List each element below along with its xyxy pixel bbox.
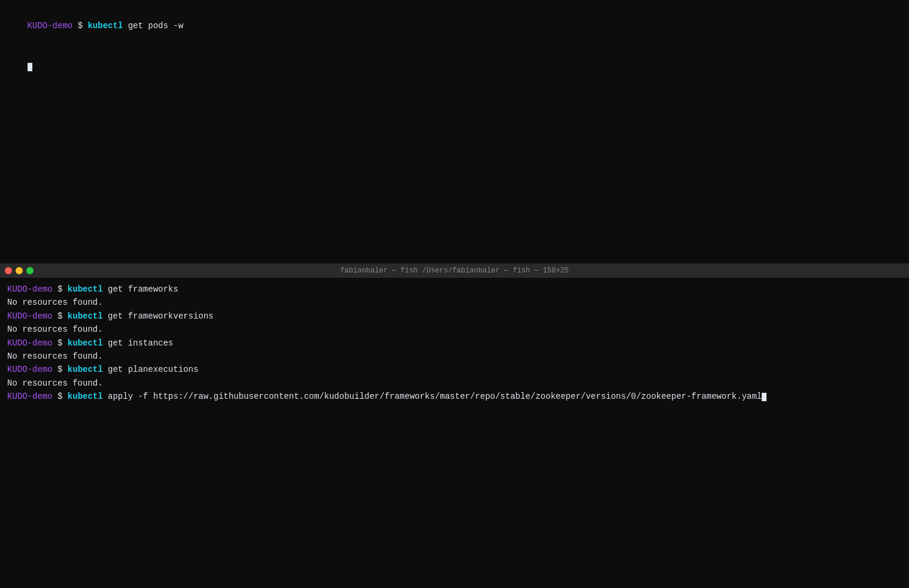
output-text: No resources found. [7,378,103,388]
prompt-user: KUDO-demo [7,311,53,321]
kubectl-cmd-top: kubectl [87,21,123,31]
kubectl-keyword: kubectl [68,392,103,401]
prompt-user: KUDO-demo [7,365,53,374]
output-text: No resources found. [7,325,103,334]
kubectl-keyword: kubectl [68,365,103,374]
prompt-user: KUDO-demo [7,392,53,401]
prompt-user-top: KUDO-demo [28,21,73,31]
close-icon[interactable] [5,267,12,274]
kubectl-keyword: kubectl [68,311,103,321]
divider-bar: fabianbaler — fish /Users/fabianbaler — … [0,263,909,278]
cmd-arguments: get instances [103,338,174,348]
terminal-line: No resources found. [7,377,902,390]
bottom-terminal: KUDO-demo $ kubectl get frameworksNo res… [0,278,909,588]
terminal-line: No resources found. [7,350,902,363]
output-text: No resources found. [7,351,103,361]
window-controls [5,267,34,274]
cmd-arguments: get planexecutions [103,365,199,374]
cmd-arguments: get frameworks [103,284,178,294]
terminal-line: KUDO-demo $ kubectl get planexecutions [7,363,902,376]
kubectl-keyword: kubectl [68,284,103,294]
terminal-line: KUDO-demo $ kubectl apply -f https://raw… [7,390,902,403]
terminal-line: KUDO-demo $ kubectl get frameworks [7,283,902,296]
prompt-dollar: $ [53,365,68,374]
terminal-line: No resources found. [7,323,902,336]
prompt-dollar: $ [53,392,68,401]
minimize-icon[interactable] [16,267,23,274]
maximize-icon[interactable] [26,267,34,274]
cursor-bottom [762,393,766,401]
terminal-title: fabianbaler — fish /Users/fabianbaler — … [340,266,569,275]
cursor-top [28,63,32,71]
cmd-arguments: apply -f https://raw.githubusercontent.c… [103,392,762,401]
prompt-dollar: $ [53,338,68,348]
cmd-arguments: get frameworkversions [103,311,214,321]
output-text: No resources found. [7,298,103,307]
cmd-args-top: get pods -w [123,21,183,31]
top-terminal: KUDO-demo $ kubectl get pods -w [0,0,909,263]
top-command-line: KUDO-demo $ kubectl get pods -w [7,6,902,46]
prompt-user: KUDO-demo [7,284,53,294]
prompt-user: KUDO-demo [7,338,53,348]
terminal-line: KUDO-demo $ kubectl get instances [7,337,902,350]
terminal-line: No resources found. [7,296,902,309]
prompt-dollar: $ [53,284,68,294]
prompt-dollar-top: $ [72,21,87,31]
prompt-dollar: $ [53,311,68,321]
terminal-output: KUDO-demo $ kubectl get frameworksNo res… [7,283,902,404]
top-cursor-line [7,46,902,86]
terminal-line: KUDO-demo $ kubectl get frameworkversion… [7,310,902,323]
kubectl-keyword: kubectl [68,338,103,348]
